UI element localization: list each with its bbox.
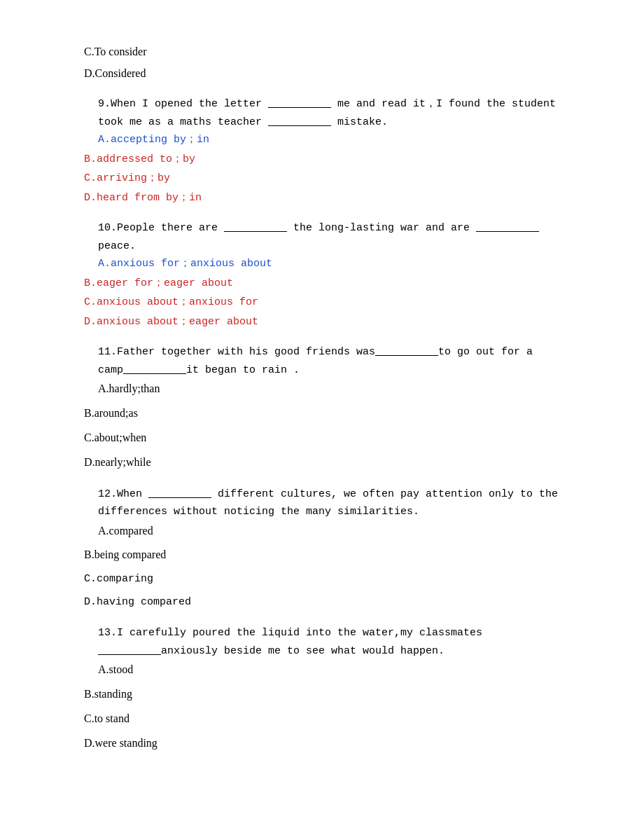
- option-d-label: D.: [84, 67, 95, 79]
- q12-text: 12.When __________ different cultures, w…: [84, 485, 574, 521]
- q10-text: 10.People there are __________ the long-…: [84, 219, 574, 255]
- q9-option-c: C.arriving；by: [84, 170, 574, 188]
- q13-option-d: D.were standing: [84, 733, 574, 754]
- q11-option-a: A.hardly;than: [84, 379, 574, 399]
- q11-option-b: B.around;as: [84, 403, 574, 424]
- q10-option-b: B.eager for；eager about: [84, 275, 574, 293]
- q13-option-c: C.to stand: [84, 709, 574, 729]
- q9-option-a: A.accepting by；in: [84, 131, 574, 149]
- q12-option-a: A.compared: [84, 521, 574, 541]
- q13-option-b: B.standing: [84, 684, 574, 705]
- question-11: 11.Father together with his good friends…: [84, 343, 574, 472]
- option-c-to-consider: C.To consider: [84, 42, 574, 61]
- q10-option-a: A.anxious for；anxious about: [84, 255, 574, 273]
- q9-option-d: D.heard from by；in: [84, 189, 574, 207]
- q12-option-b: B.being compared: [84, 545, 574, 565]
- option-c-text: To consider: [94, 46, 147, 57]
- q12-option-c: C.comparing: [84, 570, 574, 588]
- question-10: 10.People there are __________ the long-…: [84, 219, 574, 331]
- question-13: 13.I carefully poured the liquid into th…: [84, 624, 574, 753]
- q11-text: 11.Father together with his good friends…: [84, 343, 574, 379]
- q13-text: 13.I carefully poured the liquid into th…: [84, 624, 574, 660]
- q11-option-c: C.about;when: [84, 428, 574, 448]
- q11-option-d: D.nearly;while: [84, 453, 574, 473]
- q12-option-d: D.having compared: [84, 593, 574, 612]
- q13-option-a: A.stood: [84, 660, 574, 680]
- option-c-label: C.: [84, 46, 94, 57]
- q10-option-c: C.anxious about；anxious for: [84, 294, 574, 312]
- question-9: 9.When I opened the letter __________ me…: [84, 95, 574, 207]
- option-d-considered: D.Considered: [84, 64, 574, 83]
- q10-option-d: D.anxious about；eager about: [84, 313, 574, 331]
- q9-text: 9.When I opened the letter __________ me…: [84, 95, 574, 131]
- q9-option-b: B.addressed to；by: [84, 151, 574, 169]
- option-d-text: Considered: [95, 67, 146, 79]
- question-12: 12.When __________ different cultures, w…: [84, 485, 574, 612]
